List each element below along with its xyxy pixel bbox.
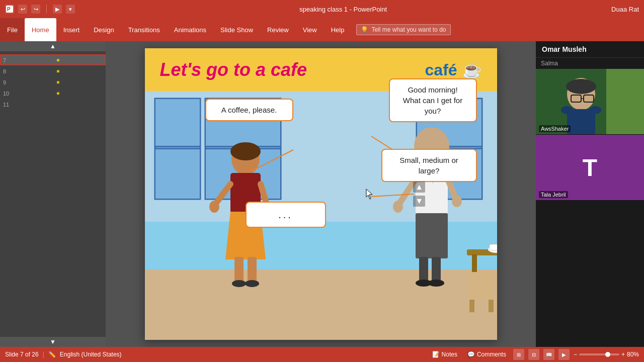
separator bbox=[46, 5, 47, 14]
status-right: 📝 Notes 💬 Comments ⊞ ⊟ 📖 ▶ − + 80% bbox=[429, 349, 639, 360]
slide-item-7[interactable]: 7 Let's go to a cafe ☕ Cafe Scene ★ bbox=[0, 54, 106, 65]
edit-icon: ✏️ bbox=[48, 351, 56, 358]
search-area: 💡 Tell me what you want to do bbox=[351, 18, 644, 41]
svg-point-70 bbox=[561, 106, 573, 114]
slide-number-10: 10 bbox=[3, 89, 11, 97]
svg-rect-43 bbox=[490, 244, 497, 250]
slide-star-7: ★ bbox=[56, 57, 60, 63]
tab-file[interactable]: File bbox=[0, 18, 25, 41]
search-placeholder: Tell me what you want to do bbox=[371, 26, 446, 33]
comments-button[interactable]: 💬 Comments bbox=[464, 350, 509, 359]
awsshaker-video-svg bbox=[536, 69, 644, 134]
redo-button[interactable]: ↪ bbox=[31, 5, 40, 14]
svg-rect-52 bbox=[469, 300, 474, 312]
content-area: Let's go to a cafe café ☕ bbox=[106, 41, 536, 347]
svg-point-65 bbox=[566, 79, 596, 94]
main-area: ▲ 7 Let's go to a cafe ☕ Cafe Scene ★ 8 bbox=[0, 41, 644, 347]
zoom-slider[interactable] bbox=[579, 353, 619, 355]
slide-canvas[interactable]: Let's go to a cafe café ☕ bbox=[145, 48, 497, 340]
notes-icon: 📝 bbox=[432, 351, 440, 358]
tab-view[interactable]: View bbox=[296, 18, 324, 41]
title-bar: P ↩ ↪ ▶ ▾ speaking class 1 - PowerPoint … bbox=[0, 0, 644, 18]
notes-label: Notes bbox=[442, 351, 457, 358]
tab-slideshow[interactable]: Slide Show bbox=[213, 18, 260, 41]
slide-item-9[interactable]: 9 Let's go to a hotel Scene ★ bbox=[0, 76, 106, 87]
slide-list: 7 Let's go to a cafe ☕ Cafe Scene ★ 8 Le… bbox=[0, 51, 106, 337]
svg-rect-6 bbox=[155, 99, 200, 146]
comments-label: Comments bbox=[477, 351, 506, 358]
svg-point-25 bbox=[245, 280, 259, 287]
more-icon[interactable]: ▾ bbox=[66, 5, 75, 14]
right-panel: Omar Musleh Salma bbox=[536, 41, 644, 347]
svg-rect-23 bbox=[248, 257, 257, 282]
slideshow-view-button[interactable]: ▶ bbox=[558, 349, 570, 360]
zoom-control: − + 80% bbox=[574, 351, 639, 358]
salma-label: Salma bbox=[536, 58, 644, 69]
tab-transitions[interactable]: Transitions bbox=[121, 18, 167, 41]
title-text: speaking class 1 - PowerPoint bbox=[299, 6, 387, 13]
status-bar: Slide 7 of 26 | ✏️ English (United State… bbox=[0, 347, 644, 362]
tala-name-tag: Tala Jebril bbox=[539, 191, 568, 198]
speech-bubble-size: Small, medium orlarge? bbox=[381, 149, 477, 182]
panel-header-name: Omar Musleh bbox=[536, 41, 644, 58]
scroll-down-button[interactable]: ▼ bbox=[0, 337, 106, 347]
slide-number-7: 7 bbox=[3, 56, 11, 63]
search-box[interactable]: 💡 Tell me what you want to do bbox=[356, 24, 450, 35]
svg-point-33 bbox=[452, 195, 462, 207]
svg-rect-34 bbox=[419, 257, 428, 282]
svg-rect-7 bbox=[155, 149, 200, 199]
comments-icon: 💬 bbox=[467, 351, 475, 358]
zoom-percent: 80% bbox=[627, 351, 639, 358]
svg-point-15 bbox=[230, 142, 261, 160]
awsshaker-video: AwsShaker bbox=[536, 69, 644, 134]
slide-item-10[interactable]: 10 Let's go to the doctors Scene ★ bbox=[0, 87, 106, 99]
tala-video: T Tala Jebril bbox=[536, 135, 644, 200]
speech-bubble-dots: ... bbox=[246, 202, 326, 228]
awsshaker-name-tag: AwsShaker bbox=[539, 125, 571, 132]
tab-review[interactable]: Review bbox=[260, 18, 296, 41]
tab-home[interactable]: Home bbox=[25, 18, 56, 41]
speech-bubble-good-morning: Good morning!What can I get foryou? bbox=[389, 78, 477, 122]
slide-item-11[interactable]: 11 Prove your innocence bbox=[0, 99, 106, 110]
powerpoint-icon: P bbox=[5, 5, 14, 14]
slide-number-9: 9 bbox=[3, 78, 11, 85]
svg-rect-3 bbox=[145, 269, 497, 340]
ribbon: File Home Insert Design Transitions Anim… bbox=[0, 18, 644, 41]
slide-sorter-button[interactable]: ⊟ bbox=[528, 349, 539, 360]
titlebar-left: P ↩ ↪ ▶ ▾ bbox=[5, 5, 75, 14]
svg-text:P: P bbox=[7, 7, 11, 12]
notes-button[interactable]: 📝 Notes bbox=[429, 350, 460, 359]
svg-point-37 bbox=[428, 280, 444, 287]
scroll-arrows: ▲ ▼ bbox=[413, 182, 425, 207]
slide-star-9: ★ bbox=[56, 79, 60, 85]
scroll-up-button[interactable]: ▲ bbox=[0, 41, 106, 51]
svg-point-71 bbox=[589, 106, 601, 114]
tab-help[interactable]: Help bbox=[324, 18, 352, 41]
tab-insert[interactable]: Insert bbox=[56, 18, 87, 41]
svg-rect-35 bbox=[432, 257, 441, 282]
zoom-in-icon[interactable]: + bbox=[621, 351, 625, 358]
undo-button[interactable]: ↩ bbox=[18, 5, 27, 14]
scroll-right-down[interactable]: ▼ bbox=[413, 196, 425, 207]
svg-rect-53 bbox=[489, 300, 494, 312]
quickaccess-icon[interactable]: ▶ bbox=[53, 5, 62, 14]
svg-rect-28 bbox=[416, 213, 448, 258]
slide-item-8[interactable]: 8 Let's visit a new place Scene ★ bbox=[0, 65, 106, 76]
scroll-right-up[interactable]: ▲ bbox=[413, 182, 425, 193]
status-left: Slide 7 of 26 | ✏️ English (United State… bbox=[5, 351, 423, 358]
tab-design[interactable]: Design bbox=[87, 18, 121, 41]
slide-number-8: 8 bbox=[3, 67, 11, 74]
sep1: | bbox=[43, 351, 44, 358]
slide-info: Slide 7 of 26 bbox=[5, 351, 39, 358]
reading-view-button[interactable]: 📖 bbox=[543, 349, 554, 360]
svg-point-20 bbox=[209, 201, 219, 213]
zoom-out-icon[interactable]: − bbox=[574, 351, 577, 358]
slide-number-11: 11 bbox=[3, 101, 11, 108]
tala-initial: T bbox=[583, 154, 597, 182]
normal-view-button[interactable]: ⊞ bbox=[513, 349, 524, 360]
slide-star-8: ★ bbox=[56, 68, 60, 74]
tab-animations[interactable]: Animations bbox=[167, 18, 213, 41]
user-name: Duaa Rat bbox=[611, 6, 639, 13]
slide-panel: ▲ 7 Let's go to a cafe ☕ Cafe Scene ★ 8 bbox=[0, 41, 106, 347]
svg-rect-51 bbox=[468, 277, 494, 300]
